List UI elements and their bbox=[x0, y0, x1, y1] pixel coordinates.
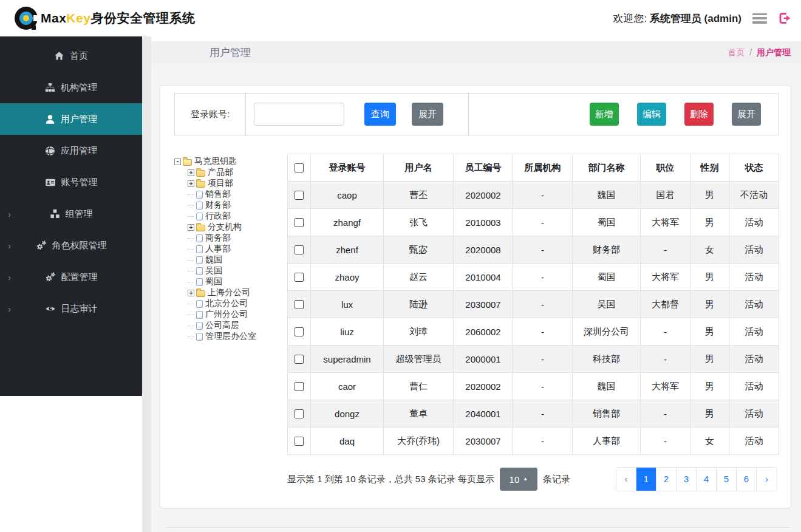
page-size-select[interactable]: 10 ▲ bbox=[500, 468, 537, 491]
sidebar-item-log-audit[interactable]: › 日志审计 bbox=[0, 293, 142, 324]
pagination-summary: 显示第 1 到第 10 条记录，总共 53 条记录 每页显示 bbox=[287, 474, 494, 485]
logout-icon[interactable] bbox=[778, 12, 791, 25]
page-prev-button[interactable]: ‹ bbox=[616, 468, 636, 491]
row-checkbox[interactable] bbox=[295, 273, 304, 282]
tree-connector bbox=[188, 235, 194, 242]
tree-node[interactable]: 蜀国 bbox=[174, 276, 287, 287]
expand-icon[interactable]: + bbox=[188, 180, 194, 187]
file-icon bbox=[196, 267, 203, 275]
tree-node[interactable]: 公司高层 bbox=[174, 320, 287, 331]
tree-node[interactable]: +上海分公司 bbox=[174, 287, 287, 298]
column-header: 职位 bbox=[641, 154, 690, 182]
query-button[interactable]: 查询 bbox=[364, 103, 396, 126]
file-icon bbox=[196, 278, 203, 286]
tree-node[interactable]: 魏国 bbox=[174, 254, 287, 265]
row-checkbox[interactable] bbox=[295, 327, 304, 336]
expand-icon[interactable]: + bbox=[188, 224, 194, 231]
table-row[interactable]: superadmin超级管理员2000001-科技部-男活动 bbox=[288, 346, 779, 373]
sitemap-icon bbox=[45, 83, 55, 93]
page-button[interactable]: 4 bbox=[697, 468, 717, 491]
page-title-bar: 用户管理 首页 / 用户管理 bbox=[151, 41, 801, 64]
table-row[interactable]: zhaoy赵云2010004-蜀国大将军男活动 bbox=[288, 264, 779, 291]
search-form: 登录账号: 查询 展开 新增 编辑 删除 展开 bbox=[174, 93, 779, 135]
folder-icon bbox=[196, 225, 205, 231]
file-icon bbox=[196, 256, 203, 264]
tree-node[interactable]: +产品部 bbox=[174, 167, 287, 178]
tree-node[interactable]: 商务部 bbox=[174, 233, 287, 244]
column-header: 所属机构 bbox=[513, 154, 573, 182]
row-checkbox[interactable] bbox=[295, 355, 304, 364]
chevron-right-icon: › bbox=[8, 304, 11, 314]
tree-connector bbox=[188, 246, 194, 253]
delete-button[interactable]: 删除 bbox=[684, 103, 714, 126]
sidebar-item-user-mgmt[interactable]: 用户管理 bbox=[0, 103, 142, 135]
menu-toggle-icon[interactable] bbox=[752, 13, 767, 24]
eye-icon bbox=[45, 304, 56, 314]
footer-divider bbox=[166, 527, 789, 528]
page-button[interactable]: 6 bbox=[737, 468, 757, 491]
tree-node[interactable]: 北京分公司 bbox=[174, 298, 287, 309]
row-checkbox[interactable] bbox=[295, 382, 304, 391]
gears-icon bbox=[36, 240, 47, 251]
file-icon bbox=[196, 300, 203, 308]
sidebar-item-role-permission-mgmt[interactable]: › 角色权限管理 bbox=[0, 230, 142, 261]
sidebar-item-app-mgmt[interactable]: 应用管理 bbox=[0, 135, 142, 166]
select-all-checkbox[interactable] bbox=[295, 163, 304, 172]
collapse-icon[interactable]: - bbox=[174, 159, 181, 165]
column-header: 员工编号 bbox=[454, 154, 513, 182]
chevron-right-icon: › bbox=[8, 209, 11, 219]
table-row[interactable]: zhenf甄宓2020008-财务部-女活动 bbox=[288, 236, 779, 264]
actions-expand-button[interactable]: 展开 bbox=[732, 103, 761, 126]
tree-node[interactable]: -马克思钥匙 bbox=[174, 156, 287, 167]
row-checkbox[interactable] bbox=[295, 218, 304, 227]
login-account-input[interactable] bbox=[254, 103, 344, 126]
row-checkbox[interactable] bbox=[295, 245, 304, 254]
row-checkbox[interactable] bbox=[295, 409, 304, 418]
sidebar-item-config-mgmt[interactable]: › 配置管理 bbox=[0, 261, 142, 293]
expand-icon[interactable]: + bbox=[188, 169, 194, 176]
sidebar-item-org-mgmt[interactable]: 机构管理 bbox=[0, 72, 142, 103]
sidebar-item-group-mgmt[interactable]: › 组管理 bbox=[0, 198, 142, 230]
table-row[interactable]: zhangf张飞2010003-蜀国大将军男活动 bbox=[288, 209, 779, 236]
page-next-button[interactable]: › bbox=[757, 468, 777, 491]
tree-node[interactable]: 行政部 bbox=[174, 211, 287, 222]
tree-node[interactable]: 财务部 bbox=[174, 200, 287, 211]
page-button[interactable]: 1 bbox=[636, 468, 656, 491]
sidebar-item-label: 首页 bbox=[70, 50, 88, 62]
tree-node[interactable]: +分支机构 bbox=[174, 222, 287, 233]
column-header: 性别 bbox=[690, 154, 729, 182]
cubes-icon bbox=[50, 209, 60, 219]
tree-node[interactable]: 人事部 bbox=[174, 244, 287, 254]
tree-connector bbox=[188, 191, 194, 198]
search-expand-button[interactable]: 展开 bbox=[412, 103, 443, 126]
expand-icon[interactable]: + bbox=[188, 290, 194, 296]
sidebar-item-account-mgmt[interactable]: 账号管理 bbox=[0, 166, 142, 198]
add-button[interactable]: 新增 bbox=[590, 103, 619, 126]
tree-node[interactable]: +项目部 bbox=[174, 178, 287, 189]
table-row[interactable]: dongz董卓2040001-销售部-男活动 bbox=[288, 400, 779, 428]
column-header: 状态 bbox=[729, 154, 779, 182]
page-button[interactable]: 2 bbox=[656, 468, 677, 491]
page-button[interactable]: 5 bbox=[717, 468, 737, 491]
table-row[interactable]: caop曹丕2020002-魏国国君男不活动 bbox=[288, 182, 779, 209]
tree-node[interactable]: 销售部 bbox=[174, 189, 287, 200]
file-icon bbox=[196, 202, 203, 210]
pagination-unit-label: 条记录 bbox=[543, 474, 570, 485]
tree-node[interactable]: 吴国 bbox=[174, 265, 287, 276]
table-row[interactable]: caor曹仁2020002-魏国大将军男活动 bbox=[288, 373, 779, 400]
sidebar-item-home[interactable]: 首页 bbox=[0, 40, 142, 72]
row-checkbox[interactable] bbox=[295, 437, 304, 446]
tree-connector bbox=[188, 257, 194, 264]
tree-node[interactable]: 管理层办公室 bbox=[174, 331, 287, 342]
table-row[interactable]: liuz刘璋2060002-深圳分公司-男活动 bbox=[288, 318, 779, 346]
breadcrumb-home-link[interactable]: 首页 bbox=[728, 47, 745, 57]
row-checkbox[interactable] bbox=[295, 191, 304, 200]
tree-node[interactable]: 广州分公司 bbox=[174, 309, 287, 320]
table-row[interactable]: lux陆逊2030007-吴国大都督男活动 bbox=[288, 291, 779, 318]
table-row[interactable]: daq大乔(乔玮)2030007-人事部-女活动 bbox=[288, 428, 779, 455]
login-account-label: 登录账号: bbox=[175, 94, 246, 135]
sidebar-item-label: 角色权限管理 bbox=[52, 240, 107, 251]
row-checkbox[interactable] bbox=[295, 300, 304, 309]
edit-button[interactable]: 编辑 bbox=[637, 103, 666, 126]
page-button[interactable]: 3 bbox=[677, 468, 697, 491]
